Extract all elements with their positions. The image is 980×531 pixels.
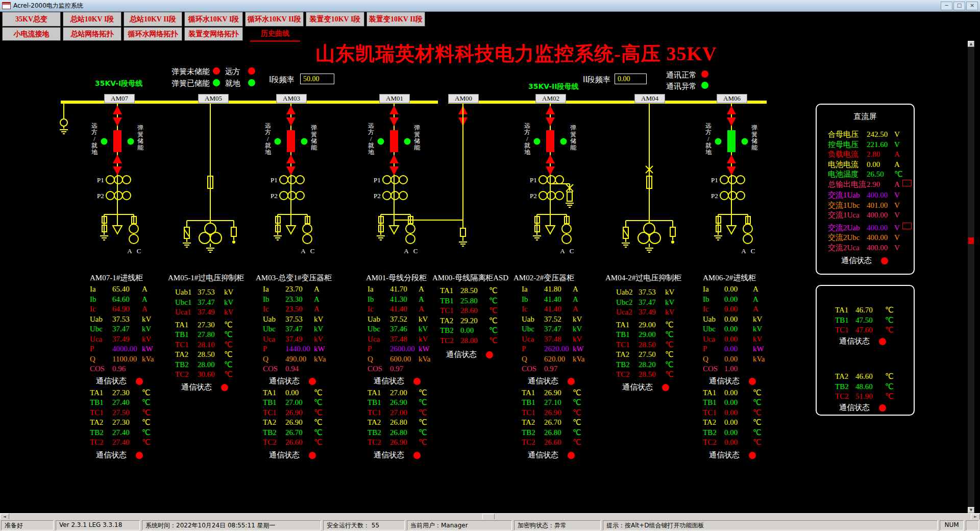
row-label: TC2 <box>440 336 460 346</box>
row-value: 0.00 <box>724 438 753 448</box>
row-value: 2600.00 <box>390 344 419 354</box>
arrow-icon <box>546 155 555 163</box>
row-label: COS <box>368 364 390 374</box>
row-unit: V <box>894 130 900 140</box>
row-unit: kV <box>419 315 428 325</box>
arrow-icon <box>389 117 399 126</box>
row-value: 46.70 <box>855 305 885 316</box>
dc-screen-panel: 直流屏 合母电压242.50V控母电压221.60V负载电流2.80A电池电流0… <box>816 104 915 275</box>
row-unit: ℃ <box>142 428 151 438</box>
vertical-scroll-thumb[interactable] <box>968 237 974 244</box>
bus-tag-AM06[interactable]: AM06 <box>717 94 747 103</box>
bus-tag-AM03[interactable]: AM03 <box>276 94 307 103</box>
row-label: 交流2Uab <box>828 223 867 233</box>
comm-status-label: 通信状态 <box>841 256 872 264</box>
row-label: TC1 <box>522 408 544 418</box>
status-cell-1: Ver 2.3.1 LEG 3.3.18 <box>56 520 140 530</box>
measurement-row: Ubc37.47kV <box>90 324 154 334</box>
winding-icon <box>296 176 304 184</box>
diagram-label: 簧 <box>570 131 576 138</box>
measurement-row: Uca37.49kV <box>263 334 332 345</box>
arrow-icon <box>727 155 736 163</box>
row-unit: kW <box>142 344 153 354</box>
row-label: TC1 <box>263 408 285 418</box>
row-value: 0.00 <box>724 304 753 315</box>
scroll-down-icon[interactable]: ▼ <box>968 507 974 513</box>
row-label: TB1 <box>835 316 855 326</box>
diagram-label: 储 <box>414 137 420 144</box>
diagram-label: 能 <box>570 144 577 151</box>
row-label: Uca <box>263 334 285 345</box>
row-value: 0.00 <box>724 428 753 438</box>
row-unit: kVa <box>142 354 154 365</box>
bus-tag-AM04[interactable]: AM04 <box>634 94 665 103</box>
row-label: TA1 <box>175 320 198 330</box>
diagram-label: C <box>570 247 574 255</box>
breaker[interactable] <box>546 130 554 152</box>
winding-icon <box>555 176 564 184</box>
measurement-row: TB228.20℃ <box>616 360 681 370</box>
row-unit: ℃ <box>885 305 894 316</box>
bus-tag-AM01[interactable]: AM01 <box>379 94 410 103</box>
row-unit: ℃ <box>573 398 581 408</box>
row-unit: ℃ <box>314 388 323 398</box>
measurement-row: TA10.00℃ <box>263 388 332 398</box>
scroll-up-icon[interactable]: ▲ <box>968 41 974 47</box>
row-value: 26.90 <box>390 398 419 408</box>
bus-tag-AM05[interactable]: AM05 <box>198 94 229 103</box>
measurement-row: Ia23.70A <box>263 284 332 295</box>
diagram-label: P1 <box>271 176 278 184</box>
measurement-row: TC127.00℃ <box>368 408 430 418</box>
measurement-row: TA246.60℃ <box>835 372 894 382</box>
row-value: 28.20 <box>639 360 665 370</box>
row-unit: ℃ <box>665 350 674 360</box>
bus-tag-AM07[interactable]: AM07 <box>104 94 135 103</box>
row-label: TA2 <box>703 418 724 428</box>
vertical-scrollbar[interactable]: ▲ ▼ <box>968 41 974 513</box>
measurement-row: TB147.50℃ <box>835 316 894 326</box>
row-label: TB1 <box>703 398 724 408</box>
row-value: 28.50 <box>198 350 224 360</box>
diagram-label: 储 <box>311 137 317 144</box>
winding-icon <box>303 234 312 244</box>
row-unit: ℃ <box>665 370 674 380</box>
status-cell-6: 提示：按Alt+D组合键打开功能面板 <box>603 520 938 530</box>
row-label: TC1 <box>90 408 112 418</box>
measurement-row: TA127.30℃ <box>175 320 244 330</box>
panel-title: AM01-母线分段柜 <box>364 273 430 284</box>
winding-icon <box>114 176 122 184</box>
arrow-icon <box>727 117 736 126</box>
measurement-row: COS0.96 <box>90 364 154 374</box>
panel-AM02: AM02-2#变压器柜Ia41.80AIb41.40AIc41.40AUab37… <box>520 273 584 461</box>
row-value: 28.50 <box>639 340 665 350</box>
comm-status-label: 通信状态 <box>96 377 127 385</box>
diagram-label: P1 <box>530 176 537 184</box>
breaker[interactable] <box>727 130 736 152</box>
row-label: Uab <box>703 315 724 325</box>
bus-tag-AM00[interactable]: AM00 <box>448 94 479 103</box>
row-label: TA2 <box>175 350 198 360</box>
measurement-row: TA227.30℃ <box>90 418 154 428</box>
comm-status-row: 通信状态 <box>522 376 584 387</box>
winding-icon <box>737 191 745 200</box>
row-unit: ℃ <box>753 408 762 418</box>
breaker[interactable] <box>113 130 121 152</box>
comm-status-dot <box>136 378 143 385</box>
winding-icon <box>391 176 399 184</box>
bus-tag-AM02[interactable]: AM02 <box>535 94 566 103</box>
breaker[interactable] <box>287 130 295 152</box>
row-value: 0.00 <box>460 326 489 336</box>
row-value: 30.60 <box>198 370 224 380</box>
breaker[interactable] <box>390 130 398 152</box>
measurement-row: TB226.80℃ <box>522 428 584 438</box>
row-value: 41.40 <box>544 304 573 315</box>
panel-title: AM06-2#进线柜 <box>701 273 765 284</box>
measurement-row: Ubc37.46kV <box>368 324 430 334</box>
row-label: Ic <box>368 304 390 315</box>
row-label: P <box>368 344 390 354</box>
comm-status-label: 通信状态 <box>374 377 404 385</box>
winding-icon <box>288 191 296 200</box>
row-unit: A <box>753 284 758 295</box>
row-label: TA1 <box>90 388 112 398</box>
row-label: TC2 <box>368 438 390 448</box>
